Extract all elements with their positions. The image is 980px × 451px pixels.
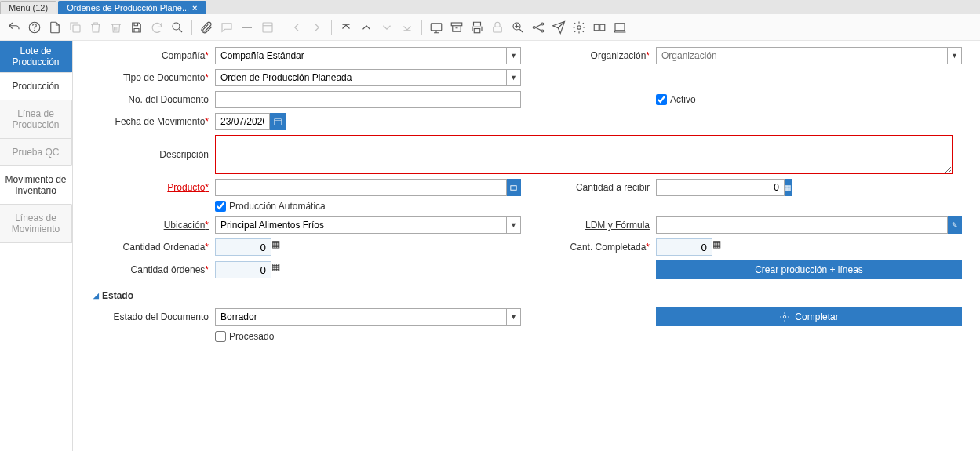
dropdown-icon[interactable]: ▼ bbox=[507, 69, 521, 86]
bom-input[interactable] bbox=[656, 216, 948, 234]
qty-receive-input[interactable] bbox=[656, 179, 785, 196]
grid-icon[interactable] bbox=[238, 18, 257, 37]
send-icon[interactable] bbox=[549, 18, 568, 37]
doc-status-combo[interactable]: ▼ bbox=[215, 308, 521, 326]
chat-icon[interactable] bbox=[217, 18, 236, 37]
up-icon[interactable] bbox=[357, 18, 376, 37]
delete-all-icon[interactable] bbox=[107, 18, 126, 37]
close-icon[interactable]: × bbox=[192, 3, 197, 13]
label-bom: LDM y Fórmula bbox=[526, 220, 651, 231]
archive-icon[interactable] bbox=[447, 18, 466, 37]
description-textarea[interactable] bbox=[215, 135, 953, 174]
auto-prod-check-input[interactable] bbox=[215, 201, 226, 212]
toolbar-separator-2 bbox=[282, 20, 282, 35]
dropdown-icon[interactable]: ▼ bbox=[507, 308, 521, 326]
tab-bar: Menú (12) Ordenes de Producción Plane...… bbox=[0, 0, 980, 14]
doc-type-combo[interactable]: ▼ bbox=[215, 69, 521, 86]
qty-completed-input[interactable] bbox=[656, 238, 712, 256]
report-icon[interactable] bbox=[427, 18, 446, 37]
move-date-input[interactable] bbox=[215, 113, 270, 130]
sidebar-header[interactable]: Lote de Producción bbox=[0, 41, 72, 72]
processed-checkbox[interactable]: Procesado bbox=[215, 331, 521, 342]
active-checkbox[interactable]: Activo bbox=[656, 94, 962, 105]
svg-rect-6 bbox=[451, 23, 462, 26]
label-qty-orders: Cantidad órdenes* bbox=[89, 264, 210, 275]
svg-point-12 bbox=[541, 30, 544, 32]
undo-icon[interactable] bbox=[5, 18, 24, 37]
calendar-icon[interactable] bbox=[270, 113, 286, 130]
sidebar-item-movimiento[interactable]: Movimiento de Inventario bbox=[0, 165, 72, 205]
calc-icon[interactable]: ▦ bbox=[271, 238, 280, 256]
refresh-icon[interactable] bbox=[148, 18, 166, 37]
print-icon[interactable] bbox=[468, 18, 486, 37]
lookup-icon[interactable] bbox=[507, 179, 521, 196]
sidebar-item-prueba-qc[interactable]: Prueba QC bbox=[0, 138, 72, 166]
toolbar-separator-4 bbox=[421, 20, 422, 35]
company-input[interactable] bbox=[215, 47, 507, 64]
company-combo[interactable]: ▼ bbox=[215, 47, 521, 64]
first-icon[interactable] bbox=[337, 18, 355, 37]
down-icon[interactable] bbox=[377, 18, 396, 37]
complete-button[interactable]: Completar bbox=[656, 307, 962, 326]
prev-icon[interactable] bbox=[287, 18, 306, 37]
doc-no-input[interactable] bbox=[215, 91, 521, 108]
delete-icon[interactable] bbox=[86, 18, 105, 37]
product-input[interactable] bbox=[215, 179, 507, 196]
last-icon[interactable] bbox=[398, 18, 417, 37]
search-icon[interactable] bbox=[168, 18, 187, 37]
calc-icon[interactable]: ▦ bbox=[785, 179, 792, 196]
toolbar bbox=[0, 14, 980, 41]
sidebar-item-linea[interactable]: Línea de Producción bbox=[0, 100, 72, 139]
calc-icon[interactable]: ▦ bbox=[712, 238, 721, 256]
svg-rect-7 bbox=[474, 28, 480, 32]
label-location: Ubicación* bbox=[89, 220, 210, 231]
collapse-icon[interactable]: ◢ bbox=[93, 292, 99, 300]
organization-combo[interactable]: ▼ bbox=[656, 47, 962, 64]
product-combo[interactable] bbox=[215, 179, 521, 196]
new-icon[interactable] bbox=[46, 18, 64, 37]
qty-ordered-input[interactable] bbox=[215, 238, 271, 256]
label-organization: Organización* bbox=[526, 50, 651, 61]
svg-rect-16 bbox=[615, 23, 625, 30]
tab-menu[interactable]: Menú (12) bbox=[0, 1, 56, 14]
workflow-icon[interactable] bbox=[529, 18, 548, 37]
auto-prod-label: Producción Automática bbox=[229, 201, 326, 212]
dropdown-icon[interactable]: ▼ bbox=[507, 47, 521, 64]
tab-active[interactable]: Ordenes de Producción Plane... × bbox=[58, 1, 206, 14]
sidebar-item-lineas-mov[interactable]: Líneas de Movimiento bbox=[0, 204, 72, 243]
copy-icon[interactable] bbox=[66, 18, 85, 37]
qty-orders-input[interactable] bbox=[215, 261, 271, 278]
toolbar-separator bbox=[191, 20, 192, 35]
attach-icon[interactable] bbox=[197, 18, 216, 37]
active-check-input[interactable] bbox=[656, 94, 667, 105]
next-icon[interactable] bbox=[308, 18, 326, 37]
bom-combo[interactable]: ✎ bbox=[656, 216, 962, 234]
process-icon[interactable] bbox=[590, 18, 609, 37]
lock-icon[interactable] bbox=[488, 18, 507, 37]
dropdown-icon[interactable]: ▼ bbox=[948, 47, 962, 64]
save-icon[interactable] bbox=[127, 18, 146, 37]
location-input[interactable] bbox=[215, 216, 507, 234]
help-icon[interactable] bbox=[25, 18, 44, 37]
organization-input[interactable] bbox=[656, 47, 948, 64]
svg-point-19 bbox=[784, 315, 787, 318]
gear-icon[interactable] bbox=[570, 18, 588, 37]
section-estado[interactable]: ◢ Estado bbox=[93, 290, 964, 301]
info-icon[interactable] bbox=[610, 18, 629, 37]
calc-icon[interactable]: ▦ bbox=[271, 261, 280, 278]
zoom-icon[interactable] bbox=[508, 18, 527, 37]
doc-type-input[interactable] bbox=[215, 69, 507, 86]
label-company: Compañía* bbox=[89, 50, 210, 61]
doc-status-input[interactable] bbox=[215, 308, 507, 326]
processed-check-input[interactable] bbox=[215, 331, 226, 342]
auto-prod-checkbox[interactable]: Producción Automática bbox=[215, 201, 521, 212]
move-date-field[interactable] bbox=[215, 113, 286, 130]
dropdown-icon[interactable]: ▼ bbox=[507, 216, 521, 234]
location-combo[interactable]: ▼ bbox=[215, 216, 521, 234]
qty-receive-field[interactable]: ▦ bbox=[656, 179, 770, 196]
lookup-icon[interactable]: ✎ bbox=[948, 216, 962, 234]
active-label: Activo bbox=[670, 94, 696, 105]
sidebar-item-produccion[interactable]: Producción bbox=[0, 72, 72, 100]
parent-icon[interactable] bbox=[258, 18, 277, 37]
create-production-button[interactable]: Crear producción + líneas bbox=[656, 260, 962, 279]
